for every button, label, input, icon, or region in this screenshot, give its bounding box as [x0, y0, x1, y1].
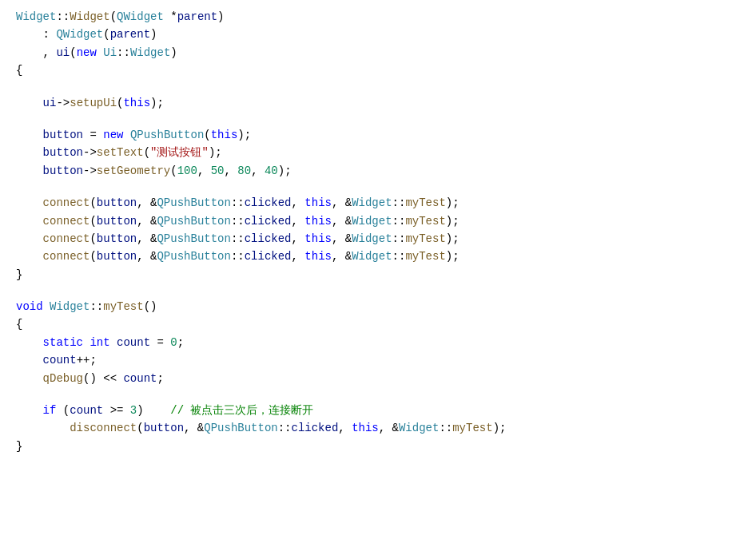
token: } [16, 266, 22, 283]
token [16, 402, 43, 419]
code-line-15: connect(button, &QPushButton::clicked, t… [0, 248, 756, 265]
token: this [304, 194, 332, 212]
token: :: [392, 194, 406, 212]
token: :: [392, 212, 406, 230]
token: disconnect [70, 419, 137, 437]
token: Widget [16, 8, 56, 26]
token: -> [56, 94, 70, 112]
token: :: [278, 419, 292, 437]
code-line-2: : QWidget(parent) [0, 26, 756, 43]
token: , [292, 248, 305, 265]
token: "测试按钮" [150, 144, 209, 161]
code-line-10: button->setGeometry(100, 50, 80, 40); [0, 162, 756, 180]
token: button [144, 419, 184, 437]
token: myTest [405, 230, 445, 248]
token [16, 194, 43, 212]
token [16, 334, 43, 351]
token [16, 248, 43, 265]
token: static [43, 334, 83, 351]
token: Ui [103, 44, 117, 61]
token: ; [177, 334, 184, 351]
token: this [211, 126, 238, 144]
token: QWidget [56, 26, 103, 43]
token: button [43, 162, 83, 180]
token: button [97, 194, 137, 212]
token: setGeometry [97, 162, 170, 180]
token: Widget [352, 248, 392, 265]
code-line-26: } [0, 438, 756, 455]
token [16, 370, 43, 387]
token [123, 126, 129, 144]
token [16, 230, 43, 248]
token: = [83, 126, 103, 144]
token: :: [117, 44, 130, 61]
code-line-21: count++; [0, 351, 756, 369]
token: , & [332, 212, 352, 230]
token: connect [43, 230, 90, 248]
token: button [97, 230, 137, 248]
token: connect [43, 248, 90, 265]
token: :: [392, 230, 406, 248]
token: :: [90, 298, 103, 315]
token: int [90, 334, 109, 351]
token [16, 144, 43, 161]
token: myTest [405, 248, 445, 265]
token: , & [379, 419, 399, 437]
token: clicked [245, 212, 292, 230]
token [97, 44, 103, 61]
token: ( [90, 212, 96, 230]
token: QPushButton [130, 126, 204, 144]
code-line-14: connect(button, &QPushButton::clicked, t… [0, 230, 756, 248]
token: ); [493, 419, 507, 437]
token: ); [237, 126, 251, 144]
token: QPushButton [157, 230, 230, 248]
token: button [43, 144, 83, 161]
token: { [16, 61, 22, 79]
token: , & [184, 419, 204, 437]
token: clicked [245, 248, 292, 265]
token: myTest [103, 298, 143, 315]
token: ui [56, 44, 70, 61]
token: this [352, 419, 379, 437]
token: clicked [292, 419, 339, 437]
token: this [304, 212, 332, 230]
token: , [292, 194, 305, 212]
token: :: [392, 248, 406, 265]
token [16, 351, 43, 369]
code-line-1: Widget::Widget(QWidget *parent) [0, 8, 756, 26]
token: , & [137, 248, 157, 265]
code-line-5 [0, 80, 756, 94]
token: count [43, 351, 77, 369]
token: if [43, 402, 57, 419]
token: connect [43, 194, 90, 212]
token: ) [137, 402, 170, 419]
code-line-20: static int count = 0; [0, 334, 756, 351]
token: , & [332, 248, 352, 265]
token: () [144, 298, 157, 315]
code-line-13: connect(button, &QPushButton::clicked, t… [0, 212, 756, 230]
token: count [117, 334, 150, 351]
token: -> [83, 162, 97, 180]
token: , [251, 162, 265, 180]
token [83, 334, 90, 351]
token: new [103, 126, 123, 144]
token: ) [170, 44, 177, 61]
token: Widget [352, 212, 392, 230]
token: ++; [77, 351, 97, 369]
token: , [225, 162, 238, 180]
token: parent [110, 26, 150, 43]
token: 3 [130, 402, 137, 419]
token: :: [56, 8, 70, 26]
token: button [97, 212, 137, 230]
token: ) [217, 8, 224, 26]
token: ( [204, 126, 210, 144]
token: , [338, 419, 352, 437]
token: button [97, 248, 137, 265]
token: Widget [70, 8, 109, 26]
token: { [16, 315, 22, 333]
token [16, 126, 43, 144]
token: , & [137, 212, 157, 230]
token: :: [231, 194, 245, 212]
token: Widget [399, 419, 439, 437]
token: qDebug [43, 370, 83, 387]
